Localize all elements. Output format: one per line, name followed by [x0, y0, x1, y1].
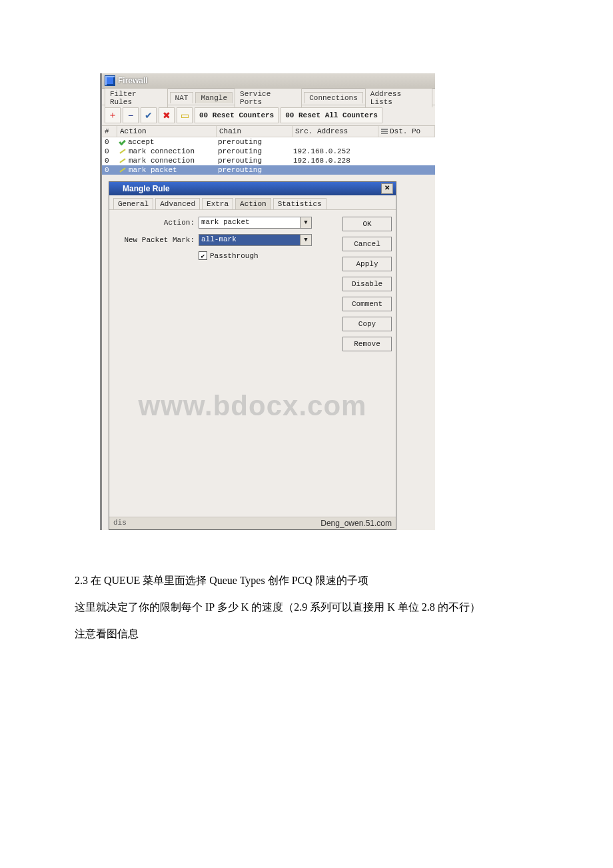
tab-advanced[interactable]: Advanced — [155, 198, 200, 209]
tab-nat[interactable]: NAT — [170, 92, 194, 103]
apply-button[interactable]: Apply — [342, 257, 392, 271]
cancel-button[interactable]: Cancel — [342, 237, 392, 251]
mangle-rule-window: Mangle Rule ✕ General Advanced Extra Act… — [109, 181, 396, 530]
firewall-titlebar: Firewall — [102, 73, 435, 89]
pencil-icon — [119, 158, 125, 163]
remove-button[interactable]: − — [123, 107, 139, 123]
remove-button[interactable]: Remove — [342, 337, 392, 351]
status-left: dis — [113, 519, 127, 528]
app-icon — [105, 75, 115, 86]
pencil-icon — [119, 167, 125, 172]
tab-action[interactable]: Action — [235, 198, 271, 209]
reset-counters-button[interactable]: 00 Reset Counters — [195, 107, 279, 123]
tab-filter-rules[interactable]: Filter Rules — [105, 88, 168, 107]
table-row[interactable]: 0 accept prerouting — [102, 137, 435, 147]
accept-icon — [119, 139, 126, 146]
label-passthrough: Passthrough — [210, 252, 259, 260]
comment-button[interactable]: ▭ — [177, 107, 193, 123]
col-src-address[interactable]: Src. Address — [293, 126, 378, 137]
tab-mangle[interactable]: Mangle — [195, 92, 233, 103]
mangle-rule-title: Mangle Rule — [123, 184, 170, 193]
paragraph: 2.3 在 QUEUE 菜单里面选择 Queue Types 创作 PCQ 限速… — [53, 570, 560, 591]
firewall-toolbar: ＋ − ✔ ✖ ▭ 00 Reset Counters 00 Reset All… — [102, 105, 435, 126]
chevron-down-icon[interactable]: ▼ — [300, 234, 312, 246]
label-action: Action: — [113, 219, 199, 227]
rule-list: 0 accept prerouting 0 mark connection pr… — [102, 137, 435, 175]
tab-service-ports[interactable]: Service Ports — [235, 88, 302, 107]
col-chain[interactable]: Chain — [217, 126, 293, 137]
pencil-icon — [119, 149, 125, 153]
chevron-down-icon[interactable]: ▼ — [300, 217, 312, 229]
firewall-title: Firewall — [118, 76, 148, 85]
status-right: Deng_owen.51.com — [320, 519, 392, 528]
mangle-rule-tabs: General Advanced Extra Action Statistics — [109, 195, 396, 210]
reset-all-counters-button[interactable]: 00 Reset All Counters — [281, 107, 382, 123]
firewall-tabbar: Filter Rules NAT Mangle Service Ports Co… — [102, 89, 435, 105]
paragraph: 这里就决定了你的限制每个 IP 多少 K 的速度（2.9 系列可以直接用 K 单… — [53, 597, 560, 618]
table-row[interactable]: 0 mark packet prerouting — [102, 165, 435, 175]
disable-button[interactable]: Disable — [342, 277, 392, 291]
col-dst-po[interactable]: Dst. Po — [378, 126, 435, 137]
new-packet-mark-select[interactable]: all-mark — [199, 234, 301, 246]
col-action[interactable]: Action — [117, 126, 217, 137]
close-button[interactable]: ✕ — [381, 183, 393, 194]
tab-statistics[interactable]: Statistics — [273, 198, 326, 209]
ok-button[interactable]: OK — [342, 217, 392, 231]
tab-connections[interactable]: Connections — [304, 92, 363, 103]
comment-button[interactable]: Comment — [342, 297, 392, 311]
table-row[interactable]: 0 mark connection prerouting 192.168.0.2… — [102, 156, 435, 165]
firewall-window: Firewall Filter Rules NAT Mangle Service… — [100, 73, 435, 530]
mangle-rule-titlebar: Mangle Rule ✕ — [109, 182, 396, 195]
rule-list-header: # Action Chain Src. Address Dst. Po — [102, 126, 435, 137]
label-new-packet-mark: New Packet Mark: — [113, 236, 199, 244]
tab-general[interactable]: General — [113, 198, 153, 209]
copy-button[interactable]: Copy — [342, 317, 392, 331]
paragraph: 注意看图信息 — [53, 623, 560, 645]
action-select[interactable]: mark packet — [199, 217, 301, 229]
add-button[interactable]: ＋ — [105, 107, 121, 123]
col-num[interactable]: # — [102, 126, 117, 137]
app-icon — [112, 185, 120, 193]
enable-button[interactable]: ✔ — [141, 107, 157, 123]
document-body-text: 2.3 在 QUEUE 菜单里面选择 Queue Types 创作 PCQ 限速… — [53, 570, 560, 645]
table-row[interactable]: 0 mark connection prerouting 192.168.0.2… — [102, 147, 435, 156]
passthrough-checkbox[interactable]: ✔ — [199, 251, 207, 260]
statusbar: dis Deng_owen.51.com — [109, 517, 396, 529]
tab-address-lists[interactable]: Address Lists — [365, 88, 432, 107]
tab-extra[interactable]: Extra — [202, 198, 233, 209]
disable-button[interactable]: ✖ — [159, 107, 175, 123]
